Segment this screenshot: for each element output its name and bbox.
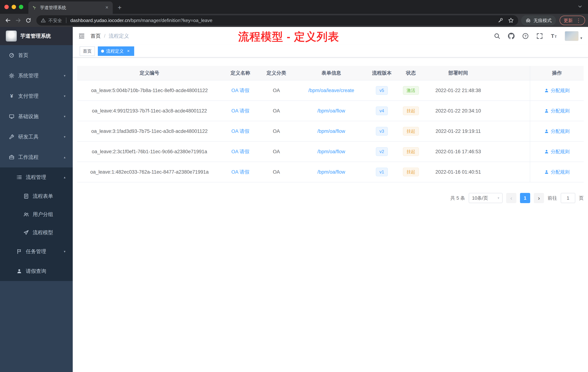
form-link[interactable]: /bpm/oa/flow bbox=[317, 169, 345, 175]
assign-rule-link[interactable]: 分配规则 bbox=[544, 108, 570, 114]
table-body: oa_leave:5:004b710b-7b8a-11ec-8ef0-acde4… bbox=[77, 80, 584, 182]
active-dot bbox=[101, 50, 104, 53]
refresh-button[interactable] bbox=[23, 15, 33, 25]
new-tab-button[interactable]: + bbox=[115, 3, 124, 12]
sidebar-item-label: 流程表单 bbox=[33, 193, 53, 200]
avatar[interactable] bbox=[565, 31, 578, 41]
definition-id-cell: oa_leave:3:1fad3d93-7b75-11ec-a3c8-acde4… bbox=[77, 129, 222, 134]
definition-name-link[interactable]: OA 请假 bbox=[231, 169, 249, 175]
assign-rule-link[interactable]: 分配规则 bbox=[544, 149, 570, 155]
status-tag: 挂起 bbox=[403, 147, 419, 156]
font-size-icon[interactable]: TT bbox=[551, 33, 557, 39]
logo: 芋道管理系统 bbox=[0, 27, 73, 45]
help-icon[interactable]: ? bbox=[522, 33, 529, 39]
user-menu[interactable]: ▾ bbox=[565, 31, 582, 41]
update-button[interactable]: 更新 ⋮ bbox=[560, 16, 585, 25]
document-icon bbox=[23, 193, 29, 199]
tab-search-icon[interactable] bbox=[578, 3, 582, 10]
form-link[interactable]: /bpm/oa/flow bbox=[317, 108, 345, 114]
hamburger-icon[interactable] bbox=[73, 33, 91, 40]
tab-close-icon[interactable]: × bbox=[104, 5, 110, 11]
actions-cell: 分配规则 bbox=[530, 121, 584, 141]
browser-tab[interactable]: 芋道管理系统 × bbox=[28, 1, 113, 14]
tag-close-icon[interactable]: × bbox=[126, 49, 131, 54]
divider bbox=[66, 18, 66, 23]
breadcrumb-home[interactable]: 首页 bbox=[91, 33, 101, 40]
status-cell: 挂起 bbox=[395, 147, 427, 156]
sidebar-item-payment[interactable]: ¥支付管理▾ bbox=[0, 86, 73, 106]
sidebar-item-label: 支付管理 bbox=[18, 93, 39, 99]
category-cell: OA bbox=[259, 129, 294, 134]
assign-rule-link[interactable]: 分配规则 bbox=[544, 169, 570, 175]
sidebar-item-label: 工作流程 bbox=[18, 154, 39, 161]
definition-name-link[interactable]: OA 请假 bbox=[231, 108, 249, 114]
github-icon[interactable] bbox=[508, 33, 514, 39]
sidebar-item-devtools[interactable]: 研发工具▾ bbox=[0, 127, 73, 147]
back-button[interactable] bbox=[3, 15, 13, 25]
menu-dots-icon[interactable]: ⋮ bbox=[576, 17, 581, 23]
wrench-icon bbox=[9, 134, 15, 140]
column-header: 定义名称 bbox=[222, 70, 259, 76]
tag-active[interactable]: 流程定义× bbox=[98, 46, 134, 56]
chevron-down-icon: ▾ bbox=[64, 114, 65, 119]
incognito-icon bbox=[525, 18, 531, 23]
plane-icon bbox=[23, 230, 29, 236]
total-count: 共 5 条 bbox=[450, 195, 465, 201]
search-icon[interactable] bbox=[494, 33, 500, 39]
main-area: 首页 / 流程定义 流程模型 - 定义列表 ? TT ▾ 首页 bbox=[73, 27, 588, 372]
sidebar-item-process-form[interactable]: 流程表单 bbox=[0, 187, 73, 205]
sidebar-item-home[interactable]: 首页 bbox=[0, 45, 73, 66]
sidebar-item-infrastructure[interactable]: 基础设施▾ bbox=[0, 106, 73, 127]
app-title: 芋道管理系统 bbox=[20, 33, 51, 40]
form-link[interactable]: /bpm/oa/leave/create bbox=[308, 88, 354, 93]
definition-id-cell: oa_leave:5:004b710b-7b8a-11ec-8ef0-acde4… bbox=[77, 88, 222, 93]
tag-item[interactable]: 首页 bbox=[80, 46, 95, 56]
deploy-time-cell: 2022-01-22 21:48:38 bbox=[427, 88, 489, 93]
fullscreen-window-button[interactable] bbox=[19, 5, 23, 9]
password-key-icon[interactable] bbox=[497, 17, 503, 23]
definition-name-link[interactable]: OA 请假 bbox=[231, 129, 249, 134]
sidebar-item-label: 任务管理 bbox=[26, 248, 46, 255]
incognito-label: 无痕模式 bbox=[534, 17, 552, 23]
sidebar-item-workflow[interactable]: 工作流程▴ bbox=[0, 147, 73, 167]
user-icon bbox=[544, 149, 549, 154]
page-size-select[interactable]: 10条/页 ▾ bbox=[469, 193, 503, 203]
definition-name-link[interactable]: OA 请假 bbox=[231, 149, 249, 154]
sidebar-item-process-model[interactable]: 流程模型 bbox=[0, 223, 73, 242]
current-page-button[interactable]: 1 bbox=[520, 193, 530, 203]
form-link[interactable]: /bpm/oa/flow bbox=[317, 149, 345, 154]
bookmark-star-icon[interactable] bbox=[508, 17, 514, 23]
forward-button[interactable] bbox=[13, 15, 23, 25]
flag-icon bbox=[16, 249, 22, 254]
minimize-window-button[interactable] bbox=[12, 5, 16, 9]
assign-rule-link[interactable]: 分配规则 bbox=[544, 87, 570, 94]
form-cell: /bpm/oa/flow bbox=[294, 149, 369, 154]
sidebar-item-task-management[interactable]: 任务管理▾ bbox=[0, 242, 73, 261]
sidebar-item-process-management[interactable]: 流程管理▴ bbox=[0, 167, 73, 187]
table-row: oa_leave:3:1fad3d93-7b75-11ec-a3c8-acde4… bbox=[77, 121, 584, 142]
prev-page-button[interactable]: ‹ bbox=[506, 193, 516, 203]
page-jump-input[interactable] bbox=[561, 193, 575, 203]
briefcase-icon bbox=[9, 154, 15, 160]
next-page-button[interactable]: › bbox=[534, 193, 544, 203]
address-bar[interactable]: 不安全 dashboard.yudao.iocoder.cn/bpm/manag… bbox=[36, 15, 518, 25]
close-window-button[interactable] bbox=[4, 5, 9, 9]
form-cell: /bpm/oa/flow bbox=[294, 108, 369, 114]
status-tag: 激活 bbox=[403, 86, 419, 95]
sidebar-item-label: 基础设施 bbox=[18, 113, 39, 120]
chevron-up-icon: ▴ bbox=[64, 175, 65, 179]
sidebar-item-user-group[interactable]: 用户分组 bbox=[0, 205, 73, 223]
fullscreen-icon[interactable] bbox=[536, 33, 543, 39]
not-secure-icon bbox=[41, 18, 46, 23]
definition-name-link[interactable]: OA 请假 bbox=[231, 88, 249, 93]
browser-toolbar: 不安全 dashboard.yudao.iocoder.cn/bpm/manag… bbox=[0, 14, 588, 27]
sidebar-menu: 首页系统管理▾¥支付管理▾基础设施▾研发工具▾工作流程▴流程管理▴流程表单用户分… bbox=[0, 45, 73, 372]
sidebar-item-label: 流程管理 bbox=[26, 174, 46, 181]
definition-id-cell: oa_leave:4:991f2193-7b7f-11ec-a3c8-acde4… bbox=[77, 108, 222, 114]
form-link[interactable]: /bpm/oa/flow bbox=[317, 129, 345, 134]
assign-rule-link[interactable]: 分配规则 bbox=[544, 128, 570, 134]
definition-name-cell: OA 请假 bbox=[222, 87, 259, 94]
sidebar-item-system[interactable]: 系统管理▾ bbox=[0, 66, 73, 86]
sidebar-item-leave-query[interactable]: 请假查询 bbox=[0, 261, 73, 281]
security-label: 不安全 bbox=[48, 17, 62, 23]
